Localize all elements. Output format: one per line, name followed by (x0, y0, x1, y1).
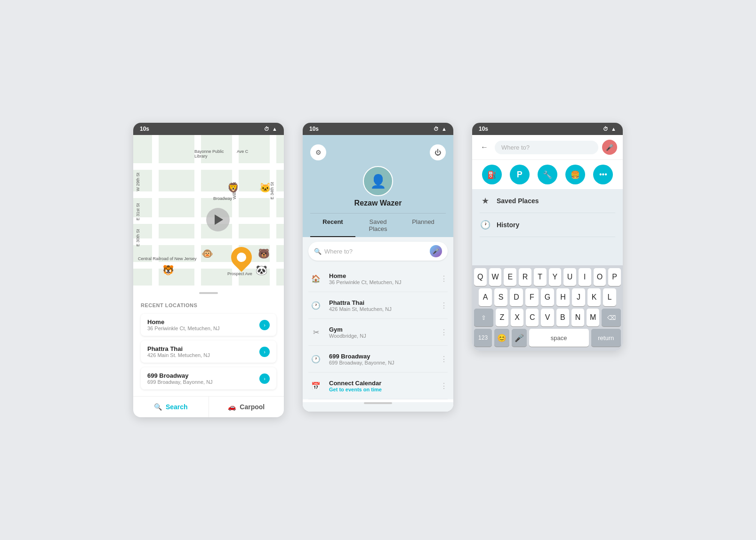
emoji-cat: 🐱 (259, 182, 271, 193)
key-u[interactable]: U (563, 268, 576, 286)
road-v-4 (270, 135, 276, 286)
key-delete[interactable]: ⌫ (602, 309, 621, 326)
phone-screen3: 10s ⏱ ▲ ← Where to? 🎤 ⛽ P 🔧 🍔 ••• ★ Save… (472, 123, 623, 351)
key-f[interactable]: F (525, 288, 539, 306)
mic-icon[interactable]: 🎤 (430, 245, 442, 257)
key-v[interactable]: V (541, 309, 554, 326)
key-w[interactable]: W (489, 268, 502, 286)
key-t[interactable]: T (534, 268, 547, 286)
recent-locations-section: RECENT LOCATIONS Home 36 Periwinkle Ct, … (133, 297, 284, 389)
more-icon-699[interactable]: ⋮ (440, 355, 448, 364)
item-addr-gym: Woodbridge, NJ (329, 333, 434, 339)
tab-recent[interactable]: Recent (310, 214, 355, 237)
settings-icon[interactable]: ⚙ (310, 144, 326, 160)
search-bar-row: 🔍 Where to? 🎤 (303, 237, 453, 265)
gym-icon: ✂ (308, 325, 323, 340)
key-q[interactable]: Q (474, 268, 487, 286)
keyboard-row-1: Q W E R T Y U I O P (474, 268, 621, 286)
carpool-button[interactable]: 🚗 Carpool (209, 397, 284, 417)
search-bar[interactable]: 🔍 Where to? 🎤 (308, 242, 448, 261)
calendar-link[interactable]: Get to events on time (329, 387, 434, 392)
key-d[interactable]: D (510, 288, 523, 306)
cat-more-icon[interactable]: ••• (593, 165, 613, 184)
list-item-thai[interactable]: 🕐 Phattra Thai 426 Main St, Metuchen, NJ… (308, 292, 448, 319)
key-a[interactable]: A (479, 288, 492, 306)
status-icons-2: ⏱ ▲ (434, 126, 447, 132)
loc-arrow-thai[interactable]: › (259, 347, 270, 357)
key-e[interactable]: E (504, 268, 516, 286)
loc-arrow-home[interactable]: › (259, 320, 270, 330)
home-icon: 🏠 (308, 271, 323, 286)
item-addr-699: 699 Broadway, Bayonne, NJ (329, 360, 434, 365)
item-addr-thai: 426 Main St, Metuchen, NJ (329, 306, 434, 312)
status-time-1: 10s (140, 126, 149, 132)
key-z[interactable]: Z (496, 309, 508, 326)
key-shift[interactable]: ⇧ (474, 309, 493, 326)
key-numbers[interactable]: 123 (474, 329, 492, 347)
key-i[interactable]: I (579, 268, 591, 286)
road-v-1 (152, 135, 159, 286)
key-c[interactable]: C (526, 309, 539, 326)
key-p[interactable]: P (608, 268, 621, 286)
loc-arrow-broadway[interactable]: › (259, 373, 270, 384)
key-s[interactable]: S (494, 288, 507, 306)
key-k[interactable]: K (587, 288, 601, 306)
location-text-thai: Phattra Thai 426 Main St. Metuchen, NJ (147, 345, 210, 358)
cat-gas-icon[interactable]: ⛽ (482, 165, 502, 184)
item-text-699: 699 Broadway 699 Broadway, Bayonne, NJ (329, 353, 434, 365)
location-card-thai[interactable]: Phattra Thai 426 Main St. Metuchen, NJ › (141, 341, 276, 363)
key-o[interactable]: O (594, 268, 606, 286)
history-item[interactable]: 🕐 History (480, 213, 615, 237)
map-label-prospect: Prospect Ave (227, 271, 252, 276)
item-text-calendar: Connect Calendar Get to events on time (329, 380, 434, 392)
clock-icon-699: 🕐 (308, 351, 323, 366)
cat-parking-icon[interactable]: P (510, 165, 530, 184)
key-r[interactable]: R (519, 268, 531, 286)
key-j[interactable]: J (572, 288, 585, 306)
key-h[interactable]: H (556, 288, 570, 306)
key-m[interactable]: M (587, 309, 599, 326)
back-button[interactable]: ← (478, 141, 491, 154)
drag-handle (199, 292, 218, 294)
item-text-gym: Gym Woodbridge, NJ (329, 326, 434, 339)
key-return[interactable]: return (591, 329, 621, 347)
keyboard-row-3: ⇧ Z X C V B N M ⌫ (474, 309, 621, 326)
saved-places-item[interactable]: ★ Saved Places (480, 189, 615, 213)
mic-button-red[interactable]: 🎤 (602, 140, 617, 155)
key-mic[interactable]: 🎤 (512, 329, 527, 347)
cat-fuel-icon[interactable]: 🔧 (538, 165, 557, 184)
search-label: Search (166, 403, 188, 411)
more-icon-thai[interactable]: ⋮ (440, 301, 448, 310)
search-input-field[interactable]: Where to? (495, 141, 598, 154)
list-item-calendar[interactable]: 📅 Connect Calendar Get to events on time… (308, 373, 448, 399)
search-button[interactable]: 🔍 Search (133, 397, 209, 417)
map-label-e31: E 31st St (136, 203, 140, 221)
key-y[interactable]: Y (549, 268, 562, 286)
key-x[interactable]: X (511, 309, 523, 326)
key-n[interactable]: N (571, 309, 584, 326)
list-item-699[interactable]: 🕐 699 Broadway 699 Broadway, Bayonne, NJ… (308, 346, 448, 373)
list-item-home[interactable]: 🏠 Home 36 Periwinkle Ct, Metuchen, NJ ⋮ (308, 265, 448, 292)
more-icon-calendar[interactable]: ⋮ (440, 381, 448, 390)
play-button[interactable] (206, 208, 230, 231)
key-l[interactable]: L (603, 288, 616, 306)
key-b[interactable]: B (556, 309, 569, 326)
more-icon-gym[interactable]: ⋮ (440, 328, 448, 337)
screens-container: 10s ⏱ ▲ Bayonne PublicLibrary Ave C W 29… (114, 95, 642, 445)
carpool-icon: 🚗 (228, 403, 236, 411)
location-card-home[interactable]: Home 36 Periwinkle Ct, Metuchen, NJ › (141, 314, 276, 336)
cat-food-icon[interactable]: 🍔 (565, 165, 585, 184)
key-space[interactable]: space (529, 329, 589, 347)
tab-saved-places[interactable]: Saved Places (355, 214, 401, 237)
screen2-bottom (303, 402, 453, 412)
power-icon[interactable]: ⏻ (430, 144, 446, 160)
history-clock-icon: 🕐 (480, 220, 491, 230)
key-emoji[interactable]: 😊 (494, 329, 509, 347)
location-card-broadway[interactable]: 699 Broadway 699 Broadway, Bayonne, NJ › (141, 367, 276, 389)
list-item-gym[interactable]: ✂ Gym Woodbridge, NJ ⋮ (308, 319, 448, 346)
key-g[interactable]: G (541, 288, 554, 306)
tab-planned[interactable]: Planned (401, 214, 446, 237)
more-icon-home[interactable]: ⋮ (440, 274, 448, 283)
saved-history-list: ★ Saved Places 🕐 History (472, 189, 623, 237)
status-bar-2: 10s ⏱ ▲ (303, 123, 453, 135)
